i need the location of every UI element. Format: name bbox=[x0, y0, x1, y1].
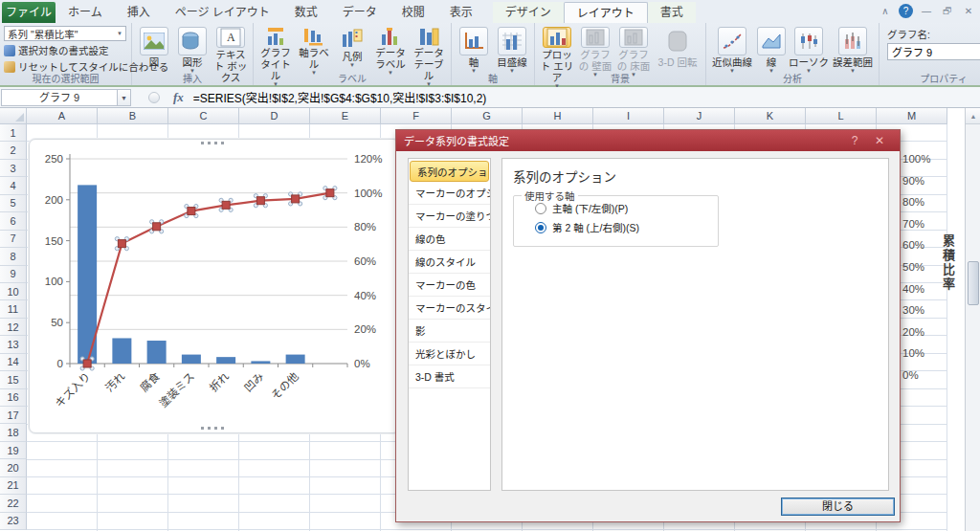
trendline-button[interactable]: 近似曲線 ▼ bbox=[709, 25, 755, 75]
lines-button[interactable]: 線 ▼ bbox=[755, 25, 788, 75]
column-header-H[interactable]: H bbox=[523, 108, 593, 124]
insert-function-icon[interactable]: fx bbox=[173, 90, 184, 105]
insert-shapes-button[interactable]: 図形 ▼ bbox=[173, 25, 212, 75]
row-header-11[interactable]: 11 bbox=[0, 300, 27, 318]
dialog-title-bar[interactable]: データ系列の書式設定 ? ✕ bbox=[396, 130, 900, 151]
radio-icon[interactable] bbox=[535, 222, 546, 233]
column-header-I[interactable]: I bbox=[593, 108, 664, 124]
row-header-4[interactable]: 4 bbox=[0, 177, 27, 194]
scroll-up-icon[interactable]: ▲ bbox=[966, 108, 980, 124]
row-header-7[interactable]: 7 bbox=[0, 231, 27, 248]
axis-titles-button[interactable]: 軸ラベル ▼ bbox=[295, 25, 333, 75]
secondary-axis-option[interactable]: 第 2 軸 (上/右側)(S) bbox=[535, 220, 718, 234]
dialog-nav-item-1[interactable]: マーカーのオプション bbox=[409, 182, 490, 205]
dialog-nav-item-3[interactable]: 線の色 bbox=[409, 228, 490, 251]
name-box[interactable]: グラフ 9 bbox=[1, 89, 118, 106]
dialog-nav-item-2[interactable]: マーカーの塗りつぶし bbox=[409, 205, 490, 228]
column-header-C[interactable]: C bbox=[168, 108, 239, 124]
column-header-G[interactable]: G bbox=[452, 108, 523, 124]
column-header-L[interactable]: L bbox=[806, 108, 877, 124]
row-header-8[interactable]: 8 bbox=[0, 248, 27, 265]
tab-chart-design[interactable]: デザイン bbox=[493, 2, 564, 23]
close-window-icon[interactable]: ✕ bbox=[961, 5, 976, 18]
radio-icon[interactable] bbox=[535, 203, 546, 214]
row-header-23[interactable]: 23 bbox=[0, 513, 27, 530]
tab-chart-format[interactable]: 書式 bbox=[648, 2, 696, 23]
close-button[interactable]: 閉じる bbox=[781, 498, 895, 516]
tab-insert[interactable]: 挿入 bbox=[115, 2, 163, 23]
row-header-14[interactable]: 14 bbox=[0, 354, 27, 371]
expand-formula-icon[interactable] bbox=[148, 92, 160, 103]
row-header-6[interactable]: 6 bbox=[0, 212, 27, 230]
row-header-12[interactable]: 12 bbox=[0, 319, 27, 336]
tab-review[interactable]: 校閲 bbox=[390, 2, 437, 23]
row-header-20[interactable]: 20 bbox=[0, 459, 27, 476]
primary-axis-option[interactable]: 主軸 (下/左側)(P) bbox=[535, 201, 718, 215]
column-header-B[interactable]: B bbox=[98, 108, 168, 124]
svg-text:0%: 0% bbox=[354, 358, 370, 369]
select-all-corner[interactable] bbox=[0, 108, 27, 124]
legend-button[interactable]: 凡例 ▼ bbox=[333, 25, 371, 75]
chart-name-input[interactable] bbox=[887, 43, 980, 60]
dialog-nav-item-9[interactable]: 3-D 書式 bbox=[409, 365, 490, 388]
restore-icon[interactable]: 🗗 bbox=[940, 5, 955, 18]
tab-view[interactable]: 表示 bbox=[437, 2, 485, 23]
tab-home[interactable]: ホーム bbox=[56, 2, 115, 23]
row-header-15[interactable]: 15 bbox=[0, 371, 27, 388]
chart-title-button[interactable]: グラフ タイトル ▼ bbox=[256, 25, 295, 75]
updown-bars-button[interactable]: ローソク ▼ bbox=[788, 25, 830, 75]
row-header-2[interactable]: 2 bbox=[0, 142, 27, 159]
dialog-nav-item-8[interactable]: 光彩とぼかし bbox=[409, 343, 490, 365]
row-header-21[interactable]: 21 bbox=[0, 477, 27, 495]
column-header-K[interactable]: K bbox=[735, 108, 806, 124]
row-header-13[interactable]: 13 bbox=[0, 336, 27, 353]
format-selection-button[interactable]: 選択対象の書式設定 bbox=[4, 43, 127, 57]
chart-element-selector[interactable]: 系列 "累積比率" ▼ bbox=[4, 26, 126, 41]
dialog-close-icon[interactable]: ✕ bbox=[867, 134, 892, 147]
dialog-nav-item-0[interactable]: 系列のオプション bbox=[410, 161, 489, 182]
column-header-A[interactable]: A bbox=[27, 108, 98, 124]
dialog-nav-item-7[interactable]: 影 bbox=[409, 320, 490, 343]
tab-page-layout[interactable]: ページ レイアウト bbox=[163, 2, 282, 23]
row-header-5[interactable]: 5 bbox=[0, 195, 27, 212]
row-header-3[interactable]: 3 bbox=[0, 160, 27, 177]
row-header-17[interactable]: 17 bbox=[0, 407, 27, 424]
error-bars-button[interactable]: 誤差範囲 ▼ bbox=[830, 25, 876, 75]
scrollbar-thumb[interactable] bbox=[968, 261, 979, 305]
help-icon[interactable]: ? bbox=[899, 4, 913, 18]
row-header-9[interactable]: 9 bbox=[0, 266, 27, 283]
tab-file[interactable]: ファイル bbox=[2, 2, 56, 23]
tab-formulas[interactable]: 数式 bbox=[282, 2, 330, 23]
axes-button[interactable]: 軸 ▼ bbox=[455, 25, 493, 75]
column-header-D[interactable]: D bbox=[239, 108, 310, 124]
row-header-10[interactable]: 10 bbox=[0, 283, 27, 300]
row-header-16[interactable]: 16 bbox=[0, 389, 27, 407]
insert-textbox-button[interactable]: A テキスト ボックス bbox=[212, 25, 250, 75]
dialog-nav-item-6[interactable]: マーカーのスタイル bbox=[409, 297, 490, 320]
formula-input[interactable]: =SERIES(突出!$I$2,突出!$G$4:$G$10,突出!$I$3:$I… bbox=[193, 89, 487, 105]
data-table-button[interactable]: データ テーブル ▼ bbox=[410, 25, 448, 75]
chart-selection-handle-bottom[interactable] bbox=[201, 427, 228, 431]
column-header-M[interactable]: M bbox=[877, 108, 947, 124]
name-box-dropdown-icon[interactable]: ▼ bbox=[118, 89, 131, 106]
insert-picture-button[interactable]: 図 bbox=[135, 25, 173, 75]
column-header-F[interactable]: F bbox=[381, 108, 452, 124]
vertical-scrollbar[interactable]: ▲ bbox=[965, 108, 980, 531]
row-header-19[interactable]: 19 bbox=[0, 442, 27, 459]
plot-area-button[interactable]: プロット エリア ▼ bbox=[538, 25, 576, 75]
column-header-J[interactable]: J bbox=[664, 108, 735, 124]
chart-object[interactable]: 0501001502002500%20%40%60%80%100%120%キズ入… bbox=[29, 139, 400, 433]
tab-chart-layout[interactable]: レイアウト bbox=[564, 2, 648, 23]
collapse-ribbon-icon[interactable]: ∧ bbox=[878, 5, 893, 18]
column-header-E[interactable]: E bbox=[310, 108, 381, 124]
gridlines-button[interactable]: 目盛線 ▼ bbox=[493, 25, 531, 75]
dialog-help-icon[interactable]: ? bbox=[842, 134, 867, 147]
tab-data[interactable]: データ bbox=[330, 2, 390, 23]
minimize-icon[interactable]: — bbox=[919, 5, 934, 18]
data-labels-button[interactable]: データ ラベル ▼ bbox=[371, 25, 410, 75]
row-header-22[interactable]: 22 bbox=[0, 495, 27, 512]
row-header-1[interactable]: 1 bbox=[0, 124, 27, 142]
dialog-nav-item-5[interactable]: マーカーの色 bbox=[409, 274, 490, 297]
row-header-18[interactable]: 18 bbox=[0, 424, 27, 441]
dialog-nav-item-4[interactable]: 線のスタイル bbox=[409, 251, 490, 274]
